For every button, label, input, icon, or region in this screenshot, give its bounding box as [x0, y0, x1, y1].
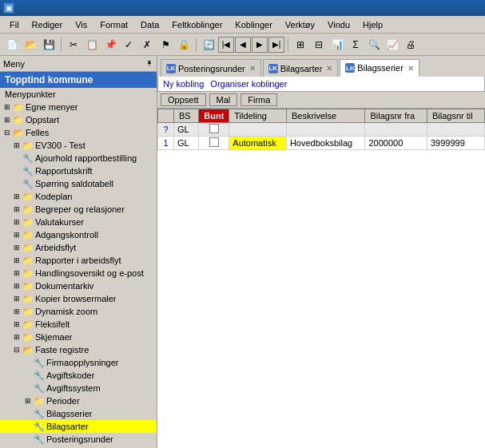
toolbar-check-btn[interactable]: ✓ [120, 36, 137, 54]
sidebar-item-faste-registre[interactable]: ⊟ 📂 Faste registre [0, 343, 157, 356]
ny-kobling-link[interactable]: Ny kobling [163, 79, 204, 89]
tree-label: Fleksifelt [35, 319, 70, 329]
sidebar-item-egne-menyer[interactable]: ⊞ 📁 Egne menyer [0, 101, 157, 113]
toolbar-prev-btn[interactable]: ◀ [235, 37, 251, 53]
sidebar-item-sporing[interactable]: 🔧 Spørring saldotabell [0, 177, 157, 190]
tab-close-posteringsrunder[interactable]: ✕ [249, 64, 256, 73]
cell-fra[interactable]: 2000000 [365, 137, 427, 150]
toolbar-cut-btn[interactable]: ✂ [65, 36, 82, 54]
menu-hjelp[interactable]: Hjelp [356, 18, 389, 31]
menu-vindu[interactable]: Vindu [321, 18, 356, 31]
checkbox[interactable] [209, 137, 219, 147]
sidebar-item-kodeplan[interactable]: ⊞ 📁 Kodeplan [0, 190, 157, 203]
toolbar-misc5-btn[interactable]: 🔍 [365, 36, 383, 54]
toolbar-misc3-btn[interactable]: 📊 [328, 36, 346, 54]
col-indicator [158, 109, 174, 123]
mal-btn[interactable]: Mal [209, 93, 238, 106]
toolbar-copy-btn[interactable]: 📋 [83, 36, 101, 54]
toolbar-flag-btn[interactable]: ⚑ [157, 36, 174, 54]
sidebar-item-avgiftssystem[interactable]: 🔧 Avgiftssystem [0, 382, 157, 394]
cell-beskrivelse[interactable] [286, 123, 365, 137]
sidebar-item-bilagsserier[interactable]: 🔧 Bilagsserier [0, 407, 157, 420]
expand-icon: ⊟ [2, 127, 13, 138]
sidebar-item-fleksifelt[interactable]: ⊞ 📁 Fleksifelt [0, 318, 157, 331]
cell-fra[interactable] [365, 123, 427, 137]
sidebar-item-oppstart[interactable]: ⊞ 📁 Oppstart [0, 113, 157, 126]
oppsett-btn[interactable]: Oppsett [161, 93, 206, 106]
expand-icon: ⊞ [2, 101, 13, 113]
sidebar-item-avgiftskoder[interactable]: 🔧 Avgiftskoder [0, 369, 157, 382]
sidebar-item-bilagsarter[interactable]: 🔧 Bilagsarter [0, 420, 157, 433]
sidebar-item-posteringsrunder[interactable]: 🔧 Posteringsrunder [0, 433, 157, 446]
cell-beskrivelse[interactable]: Hovedboksbilag [286, 137, 365, 150]
toolbar-misc1-btn[interactable]: ⊞ [292, 36, 309, 54]
sidebar-item-adgangskontroll[interactable]: ⊞ 📁 Adgangskontroll [0, 228, 157, 241]
folder-icon: 📁 [22, 268, 34, 279]
menu-vis[interactable]: Vis [69, 18, 93, 31]
tab-close-bilagsserier[interactable]: ✕ [407, 64, 414, 73]
sidebar-item-perioder[interactable]: ⊞ 📁 Perioder [0, 394, 157, 407]
tab-bilagsserier[interactable]: LK Bilagsserier ✕ [340, 59, 419, 77]
tree-label: Posteringsrunder [46, 434, 113, 444]
menu-rediger[interactable]: Rediger [26, 18, 70, 31]
cell-bunt-checkbox[interactable] [199, 123, 229, 137]
menu-feltkoblinger[interactable]: Feltkoblinger [165, 18, 229, 31]
sidebar-item-ajourhold[interactable]: 🔧 Ajourhold rapportbestilling [0, 152, 157, 165]
cell-tildeling[interactable]: Automatisk [229, 137, 287, 150]
spacer [11, 153, 22, 164]
checkbox[interactable] [209, 124, 219, 133]
sidebar-item-handlingsoversikt[interactable]: ⊞ 📁 Handlingsoversikt og e-post [0, 267, 157, 280]
menu-koblinger[interactable]: Koblinger [229, 18, 278, 31]
sidebar-item-begreper[interactable]: ⊞ 📁 Begreper og relasjoner [0, 203, 157, 216]
toolbar-new-btn[interactable]: 📄 [3, 36, 21, 54]
toolbar-refresh-btn[interactable]: 🔄 [200, 36, 217, 54]
sidebar-item-dynamisk-zoom[interactable]: ⊞ 📁 Dynamisk zoom [0, 305, 157, 318]
sidebar-item-dokumentarkiv[interactable]: ⊞ 📁 Dokumentarkiv [0, 280, 157, 292]
toolbar-misc2-btn[interactable]: ⊟ [310, 36, 328, 54]
toolbar-save-btn[interactable]: 💾 [40, 36, 58, 54]
wrench-icon: 🔧 [34, 370, 45, 381]
toolbar-last-btn[interactable]: ▶| [268, 37, 284, 53]
toolbar-cancel-btn[interactable]: ✗ [138, 36, 156, 54]
cell-bunt-checkbox[interactable] [199, 137, 229, 150]
separator-2 [196, 38, 197, 52]
sidebar-item-kopier-browsermaler[interactable]: ⊞ 📁 Kopier browsermaler [0, 292, 157, 305]
sidebar-item-valutakurser[interactable]: ⊞ 📁 Valutakurser [0, 216, 157, 228]
sidebar-item-rapportutskrift[interactable]: 🔧 Rapportutskrift [0, 165, 157, 177]
toolbar-open-btn[interactable]: 📂 [22, 36, 39, 54]
tab-close-bilagsarter[interactable]: ✕ [326, 64, 332, 73]
toolbar-misc7-btn[interactable]: 🖨 [402, 36, 419, 54]
cell-bs[interactable]: GL [174, 123, 199, 137]
organiser-koblinger-link[interactable]: Organiser koblinger [210, 79, 287, 89]
sidebar-pin-btn[interactable]: 🖈 [145, 59, 153, 68]
toolbar-first-btn[interactable]: |◀ [218, 37, 234, 53]
content-area: LK Posteringsrunder ✕ LK Bilagsarter ✕ L… [157, 56, 485, 448]
sidebar-item-ev300[interactable]: ⊞ 📁 EV300 - Test [0, 139, 157, 152]
tree-label: Dynamisk zoom [35, 307, 97, 316]
toolbar-next-btn[interactable]: ▶ [252, 37, 268, 53]
toolbar-lock-btn[interactable]: 🔒 [175, 36, 193, 54]
menu-format[interactable]: Format [93, 18, 134, 31]
cell-til[interactable] [427, 123, 484, 137]
firma-btn[interactable]: Firma [241, 93, 277, 106]
sidebar-item-skjemaer[interactable]: ⊞ 📁 Skjemaer [0, 331, 157, 343]
sidebar-item-felles[interactable]: ⊟ 📂 Felles [0, 126, 157, 139]
sidebar-item-firmaopplysninger[interactable]: 🔧 Firmaopplysninger [0, 356, 157, 369]
menu-fil[interactable]: Fil [3, 18, 26, 31]
sidebar-item-rapporter-arbeidsflyt[interactable]: ⊞ 📁 Rapporter i arbeidsflyt [0, 254, 157, 267]
expand-icon: ⊞ [11, 293, 22, 304]
toolbar-misc4-btn[interactable]: Σ [347, 36, 364, 54]
tab-label-bilagsserier: Bilagsserier [357, 63, 403, 73]
tree-label: Faste registre [35, 345, 89, 355]
tab-bilagsarter[interactable]: LK Bilagsarter ✕ [263, 59, 339, 77]
cell-bs[interactable]: GL [174, 137, 199, 150]
tab-posteringsrunder[interactable]: LK Posteringsrunder ✕ [161, 59, 261, 77]
spacer [11, 178, 22, 189]
menu-data[interactable]: Data [134, 18, 165, 31]
cell-til[interactable]: 3999999 [427, 137, 484, 150]
sidebar-item-arbeidsflyt[interactable]: ⊞ 📁 Arbeidsflyt [0, 241, 157, 254]
toolbar-paste-btn[interactable]: 📌 [101, 36, 119, 54]
toolbar-misc6-btn[interactable]: 📈 [384, 36, 401, 54]
menu-verktoy[interactable]: Verktøy [279, 18, 321, 31]
cell-tildeling[interactable] [229, 123, 287, 137]
